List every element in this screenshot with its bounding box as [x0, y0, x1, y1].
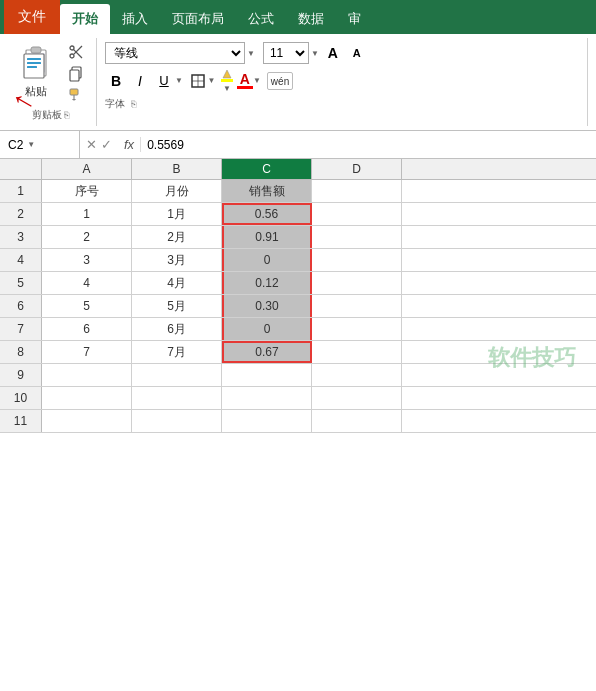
- cell-c9[interactable]: [222, 364, 312, 386]
- clipboard-expand-icon[interactable]: ⎘: [64, 110, 69, 120]
- clipboard-small-buttons: [64, 42, 88, 106]
- formula-input[interactable]: [141, 131, 596, 158]
- cell-d9[interactable]: [312, 364, 402, 386]
- row-header-8: 8: [0, 341, 42, 363]
- cell-a10[interactable]: [42, 387, 132, 409]
- border-button-group: ▼: [189, 70, 217, 92]
- cell-a6[interactable]: 5: [42, 295, 132, 317]
- cell-c1[interactable]: 销售额: [222, 180, 312, 202]
- underline-button-group: U ▼: [153, 70, 183, 92]
- col-header-b[interactable]: B: [132, 159, 222, 179]
- underline-arrow[interactable]: ▼: [175, 76, 183, 85]
- cell-b4[interactable]: 3月: [132, 249, 222, 271]
- col-header-d[interactable]: D: [312, 159, 402, 179]
- col-header-a[interactable]: A: [42, 159, 132, 179]
- fill-color-button[interactable]: ▼: [219, 68, 235, 93]
- ribbon-tabs: 文件 开始 插入 页面布局 公式 数据 审: [0, 0, 596, 34]
- cell-c3[interactable]: 0.91: [222, 226, 312, 248]
- tab-insert[interactable]: 插入: [110, 4, 160, 34]
- cell-b1[interactable]: 月份: [132, 180, 222, 202]
- font-color-button[interactable]: A: [237, 72, 253, 89]
- cell-b6[interactable]: 5月: [132, 295, 222, 317]
- table-row: 5 4 4月 0.12: [0, 272, 596, 295]
- cell-b5[interactable]: 4月: [132, 272, 222, 294]
- text-style-button[interactable]: wén: [267, 72, 293, 90]
- tab-pagelayout[interactable]: 页面布局: [160, 4, 236, 34]
- tab-file[interactable]: 文件: [4, 0, 60, 34]
- cell-b10[interactable]: [132, 387, 222, 409]
- cell-c4[interactable]: 0: [222, 249, 312, 271]
- col-header-c[interactable]: C: [222, 159, 312, 179]
- format-painter-button[interactable]: [64, 86, 88, 106]
- row-header-10: 10: [0, 387, 42, 409]
- cell-b7[interactable]: 6月: [132, 318, 222, 340]
- cell-a8[interactable]: 7: [42, 341, 132, 363]
- bold-button[interactable]: B: [105, 70, 127, 92]
- tab-data[interactable]: 数据: [286, 4, 336, 34]
- fx-label: fx: [118, 137, 141, 152]
- tab-formula[interactable]: 公式: [236, 4, 286, 34]
- cell-d2[interactable]: [312, 203, 402, 225]
- cell-a7[interactable]: 6: [42, 318, 132, 340]
- format-painter-icon: [68, 88, 84, 104]
- font-size-select[interactable]: 11: [263, 42, 309, 64]
- cell-b2[interactable]: 1月: [132, 203, 222, 225]
- clipboard-label: 剪贴板: [32, 108, 62, 124]
- cell-a9[interactable]: [42, 364, 132, 386]
- underline-button[interactable]: U: [153, 70, 175, 92]
- cell-d4[interactable]: [312, 249, 402, 271]
- cell-a5[interactable]: 4: [42, 272, 132, 294]
- cut-button[interactable]: [64, 42, 88, 62]
- cell-a4[interactable]: 3: [42, 249, 132, 271]
- cell-b8[interactable]: 7月: [132, 341, 222, 363]
- font-grow-button[interactable]: A: [323, 43, 343, 63]
- table-row: 8 7 7月 0.67: [0, 341, 596, 364]
- font-name-dropdown-arrow[interactable]: ▼: [247, 49, 255, 58]
- cell-c8[interactable]: 0.67: [222, 341, 312, 363]
- font-shrink-button[interactable]: A: [347, 43, 367, 63]
- font-name-select[interactable]: 等线: [105, 42, 245, 64]
- cell-c2[interactable]: 0.56: [222, 203, 312, 225]
- cell-d8[interactable]: [312, 341, 402, 363]
- cell-b9[interactable]: [132, 364, 222, 386]
- cell-b11[interactable]: [132, 410, 222, 432]
- border-arrow[interactable]: ▼: [207, 76, 215, 85]
- border-icon: [190, 73, 206, 89]
- cell-c11[interactable]: [222, 410, 312, 432]
- cell-a1[interactable]: 序号: [42, 180, 132, 202]
- tab-home[interactable]: 开始: [60, 4, 110, 34]
- cell-d5[interactable]: [312, 272, 402, 294]
- cell-c10[interactable]: [222, 387, 312, 409]
- cell-a3[interactable]: 2: [42, 226, 132, 248]
- cell-c6[interactable]: 0.30: [222, 295, 312, 317]
- font-size-dropdown-arrow[interactable]: ▼: [311, 49, 319, 58]
- cell-d1[interactable]: [312, 180, 402, 202]
- cell-b3[interactable]: 2月: [132, 226, 222, 248]
- border-button[interactable]: ▼: [189, 70, 217, 92]
- font-expand-icon[interactable]: ⎘: [131, 99, 136, 109]
- tab-review[interactable]: 审: [336, 4, 373, 34]
- confirm-icon[interactable]: ✓: [101, 137, 112, 152]
- cell-d7[interactable]: [312, 318, 402, 340]
- table-row: 6 5 5月 0.30: [0, 295, 596, 318]
- spreadsheet: A B C D 1 序号 月份 销售额 2 1 1月 0.56: [0, 159, 596, 433]
- table-row: 11: [0, 410, 596, 433]
- paste-button[interactable]: 粘贴: [12, 42, 60, 101]
- italic-button[interactable]: I: [129, 70, 151, 92]
- cell-a11[interactable]: [42, 410, 132, 432]
- cell-d11[interactable]: [312, 410, 402, 432]
- cell-c5[interactable]: 0.12: [222, 272, 312, 294]
- cell-reference[interactable]: C2: [8, 138, 23, 152]
- cell-ref-dropdown[interactable]: ▼: [27, 140, 35, 149]
- cell-a2[interactable]: 1: [42, 203, 132, 225]
- font-color-arrow[interactable]: ▼: [253, 76, 261, 85]
- font-row-2: B I U ▼ ▼: [105, 68, 579, 93]
- app-window: 文件 开始 插入 页面布局 公式 数据 审: [0, 0, 596, 433]
- cancel-icon[interactable]: ✕: [86, 137, 97, 152]
- cell-c7[interactable]: 0: [222, 318, 312, 340]
- copy-button[interactable]: [64, 64, 88, 84]
- cell-d3[interactable]: [312, 226, 402, 248]
- fill-arrow[interactable]: ▼: [223, 84, 231, 93]
- cell-d10[interactable]: [312, 387, 402, 409]
- cell-d6[interactable]: [312, 295, 402, 317]
